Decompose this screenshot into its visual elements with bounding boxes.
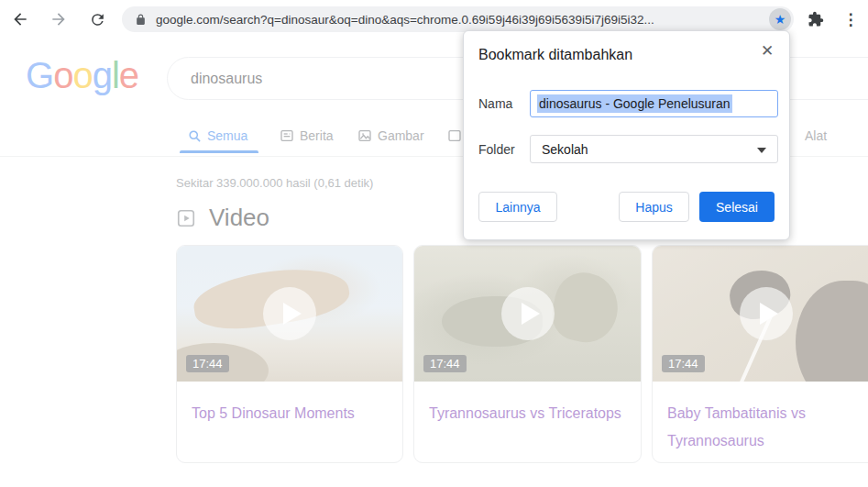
bookmark-added-dialog: Bookmark ditambahkan ✕ Nama dinosaurus -… [463,30,790,240]
logo-letter: g [93,55,112,95]
video-section-title: Video [209,204,269,232]
logo-letter: G [26,55,53,95]
extensions-button[interactable] [803,6,829,32]
search-query-text: dinosaurus [191,71,262,87]
duration-badge: 17:44 [186,355,229,372]
selected-name-text: dinosaurus - Google Penelusuran [537,94,732,113]
video-card[interactable]: 17:44 Top 5 Dinosaur Moments [176,245,403,463]
forward-icon [49,10,68,28]
bookmark-star-button[interactable]: ★ [769,8,791,30]
video-thumbnail[interactable]: 17:44 [653,246,868,382]
news-tab-icon [280,128,294,143]
close-icon: ✕ [761,42,774,60]
more-options-button[interactable]: Lainnya [478,192,557,222]
play-button-icon[interactable] [263,287,316,340]
tab-gambar[interactable]: Gambar [357,128,424,143]
video-section-icon [176,208,196,228]
google-logo[interactable]: Google [26,55,138,96]
ssl-lock-icon[interactable] [135,14,147,26]
name-field-label: Nama [478,96,512,111]
folder-field-label: Folder [478,142,515,157]
address-bar[interactable]: google.com/search?q=dinosaur&oq=dino&aqs… [122,6,794,32]
puzzle-icon [808,11,824,28]
logo-letter: o [53,55,72,95]
tools-button[interactable]: Alat [805,128,827,143]
remove-bookmark-button[interactable]: Hapus [619,192,689,222]
chevron-down-icon [757,148,766,153]
dialog-close-button[interactable]: ✕ [756,40,778,62]
browser-menu-button[interactable]: ⋮ [838,6,863,32]
video-title-link[interactable]: Top 5 Dinosaur Moments [177,382,402,427]
images-tab-icon [357,128,372,143]
video-card[interactable]: 17:44 Baby Tambatitanis vs Tyrannosaurus [652,245,868,463]
back-button[interactable] [5,5,35,34]
play-button-icon[interactable] [501,287,555,340]
folder-select[interactable]: Sekolah [530,135,778,163]
logo-letter: l [112,55,119,95]
logo-letter: o [72,55,92,95]
video-title-link[interactable]: Tyrannosaurus vs Triceratops [414,382,641,427]
video-section-heading: Video [176,204,269,232]
tab-partial-icon[interactable] [447,128,462,146]
folder-selected-value: Sekolah [542,142,588,157]
video-thumbnail[interactable]: 17:44 [177,246,402,382]
star-icon: ★ [775,13,786,26]
results-stats: Sekitar 339.000.000 hasil (0,61 detik) [176,176,373,190]
duration-badge: 17:44 [662,355,705,372]
video-thumbnail[interactable]: 17:44 [414,246,641,382]
tab-label: Semua [207,128,247,143]
reload-button[interactable] [82,5,112,34]
thumbnail-art [796,281,868,382]
done-button[interactable]: Selesai [699,192,775,222]
tab-label: Gambar [378,128,424,143]
thumbnail-art [547,268,624,349]
tab-label: Berita [300,128,334,143]
play-button-icon[interactable] [740,287,793,340]
video-title-link[interactable]: Baby Tambatitanis vs Tyrannosaurus [653,382,868,455]
forward-button[interactable] [44,5,73,34]
duration-badge: 17:44 [423,355,467,372]
url-text: google.com/search?q=dinosaur&oq=dino&aqs… [156,13,654,27]
logo-letter: e [119,55,138,95]
video-card[interactable]: 17:44 Tyrannosaurus vs Triceratops [413,245,642,463]
bookmark-name-input[interactable]: dinosaurus - Google Penelusuran [530,90,778,117]
search-tab-icon [188,129,202,143]
reload-icon [89,11,106,28]
back-icon [11,10,29,28]
tab-berita[interactable]: Berita [280,128,334,143]
active-tab-underline [180,150,258,153]
dialog-title: Bookmark ditambahkan [478,47,632,63]
more-vert-icon: ⋮ [843,10,859,29]
tab-semua[interactable]: Semua [188,128,247,143]
